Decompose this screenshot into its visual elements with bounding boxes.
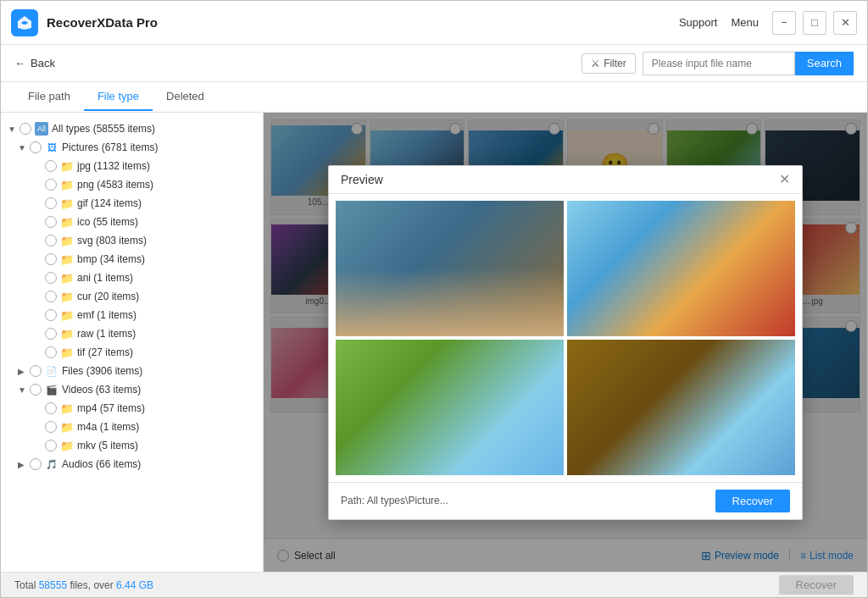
sidebar-item-audios[interactable]: ▶ 🎵 Audios (66 items): [1, 455, 263, 473]
radio-all[interactable]: [19, 123, 31, 135]
back-button[interactable]: ← Back: [14, 57, 55, 69]
radio-pictures[interactable]: [30, 141, 42, 153]
sidebar-item-ani[interactable]: 📁 ani (1 items): [1, 269, 263, 287]
sidebar-item-png[interactable]: 📁 png (4583 items): [1, 175, 263, 194]
toggle-videos: ▼: [18, 385, 30, 395]
radio-ani[interactable]: [45, 272, 57, 284]
preview-header: Preview ✕: [329, 166, 802, 194]
icon-videos: 🎬: [45, 383, 58, 396]
label-svg: svg (803 items): [77, 235, 256, 246]
filter-icon: ⚔: [591, 58, 600, 69]
back-arrow-icon: ←: [14, 57, 25, 69]
sidebar-item-mp4[interactable]: 📁 mp4 (57 items): [1, 399, 263, 418]
filter-button[interactable]: ⚔ Filter: [581, 53, 636, 74]
radio-mp4[interactable]: [45, 402, 57, 414]
sidebar-item-raw[interactable]: 📁 raw (1 items): [1, 324, 263, 343]
icon-bmp: 📁: [60, 252, 74, 266]
sidebar-item-emf[interactable]: 📁 emf (1 items): [1, 306, 263, 324]
icon-tif: 📁: [60, 346, 74, 359]
label-files: Files (3906 items): [62, 365, 256, 377]
icon-mp4: 📁: [60, 401, 74, 415]
app-name: RecoverXData Pro: [47, 15, 679, 30]
radio-tif[interactable]: [45, 346, 57, 358]
label-ani: ani (1 items): [77, 272, 256, 284]
toggle-audios: ▶: [18, 460, 30, 469]
icon-emf: 📁: [60, 308, 74, 322]
status-bar: Total 58555 files, over 6.44 GB Recover: [1, 572, 867, 597]
main-area: ▼ All All types (58555 items) ▼ 🖼 Pictur…: [1, 113, 867, 572]
label-videos: Videos (63 items): [62, 384, 256, 396]
main-recover-button[interactable]: Recover: [779, 575, 854, 595]
filter-label: Filter: [604, 58, 626, 69]
radio-videos[interactable]: [30, 384, 42, 396]
status-count: 58555: [39, 579, 67, 591]
status-size: 6.44 GB: [116, 579, 153, 591]
tab-filetype[interactable]: File type: [84, 83, 153, 111]
sidebar-item-cur[interactable]: 📁 cur (20 items): [1, 287, 263, 306]
sidebar-item-svg[interactable]: 📁 svg (803 items): [1, 231, 263, 250]
title-bar-actions: Support Menu: [679, 16, 759, 29]
icon-m4a: 📁: [60, 420, 74, 434]
radio-emf[interactable]: [45, 309, 57, 321]
radio-cur[interactable]: [45, 291, 57, 302]
preview-image-4[interactable]: [567, 340, 795, 475]
label-alltypes: All types (58555 items): [52, 123, 256, 135]
label-png: png (4583 items): [77, 179, 256, 191]
radio-raw[interactable]: [45, 328, 57, 340]
sidebar-item-videos[interactable]: ▼ 🎬 Videos (63 items): [1, 380, 263, 399]
back-label: Back: [31, 57, 55, 69]
radio-png[interactable]: [45, 179, 57, 191]
label-emf: emf (1 items): [77, 309, 256, 321]
preview-close-button[interactable]: ✕: [779, 173, 790, 186]
recover-button[interactable]: Recover: [715, 490, 790, 512]
radio-ico[interactable]: [45, 216, 57, 228]
radio-gif[interactable]: [45, 197, 57, 209]
close-button[interactable]: ✕: [833, 11, 857, 35]
status-text2: files, over: [67, 579, 116, 591]
toggle-pictures: ▼: [18, 143, 30, 152]
status-text: Total: [14, 579, 39, 591]
label-m4a: m4a (1 items): [77, 421, 256, 433]
radio-m4a[interactable]: [45, 421, 57, 433]
tab-filepath[interactable]: File path: [14, 83, 84, 111]
preview-image-2[interactable]: [567, 201, 795, 336]
tab-deleted[interactable]: Deleted: [153, 83, 218, 111]
support-link[interactable]: Support: [679, 16, 718, 29]
window-controls: − □ ✕: [772, 11, 857, 35]
sidebar-item-pictures[interactable]: ▼ 🖼 Pictures (6781 items): [1, 138, 263, 157]
icon-ico: 📁: [60, 215, 74, 229]
radio-audios[interactable]: [30, 458, 42, 470]
sidebar-item-tif[interactable]: 📁 tif (27 items): [1, 343, 263, 362]
icon-jpg: 📁: [60, 159, 74, 173]
radio-svg[interactable]: [45, 235, 57, 246]
sidebar-item-jpg[interactable]: 📁 jpg (1132 items): [1, 157, 263, 175]
radio-bmp[interactable]: [45, 253, 57, 265]
sidebar-item-m4a[interactable]: 📁 m4a (1 items): [1, 418, 263, 436]
icon-pictures: 🖼: [45, 141, 58, 154]
sidebar-item-gif[interactable]: 📁 gif (124 items): [1, 194, 263, 213]
app-logo: [11, 9, 38, 36]
search-button[interactable]: Search: [795, 52, 854, 75]
maximize-button[interactable]: □: [803, 11, 826, 35]
minimize-button[interactable]: −: [772, 11, 796, 35]
sidebar-item-bmp[interactable]: 📁 bmp (34 items): [1, 250, 263, 269]
radio-files[interactable]: [30, 365, 42, 377]
icon-png: 📁: [60, 178, 74, 191]
sidebar-item-ico[interactable]: 📁 ico (55 items): [1, 213, 263, 231]
menu-link[interactable]: Menu: [731, 16, 759, 29]
label-tif: tif (27 items): [77, 346, 256, 358]
sidebar-item-mkv[interactable]: 📁 mkv (5 items): [1, 436, 263, 455]
preview-image-1[interactable]: [336, 201, 564, 336]
preview-dialog: Preview ✕ Path: All types\Picture... Rec…: [328, 165, 803, 520]
preview-images: [329, 194, 802, 482]
content-area: 105... 🙂: [264, 113, 867, 572]
search-input[interactable]: [643, 52, 795, 75]
preview-image-3[interactable]: [336, 340, 564, 475]
sidebar-item-alltypes[interactable]: ▼ All All types (58555 items): [1, 119, 263, 138]
radio-jpg[interactable]: [45, 160, 57, 172]
preview-title: Preview: [341, 173, 383, 186]
radio-mkv[interactable]: [45, 440, 57, 451]
preview-footer: Path: All types\Picture... Recover: [329, 482, 802, 519]
sidebar-item-files[interactable]: ▶ 📄 Files (3906 items): [1, 362, 263, 380]
icon-audios: 🎵: [45, 457, 58, 471]
